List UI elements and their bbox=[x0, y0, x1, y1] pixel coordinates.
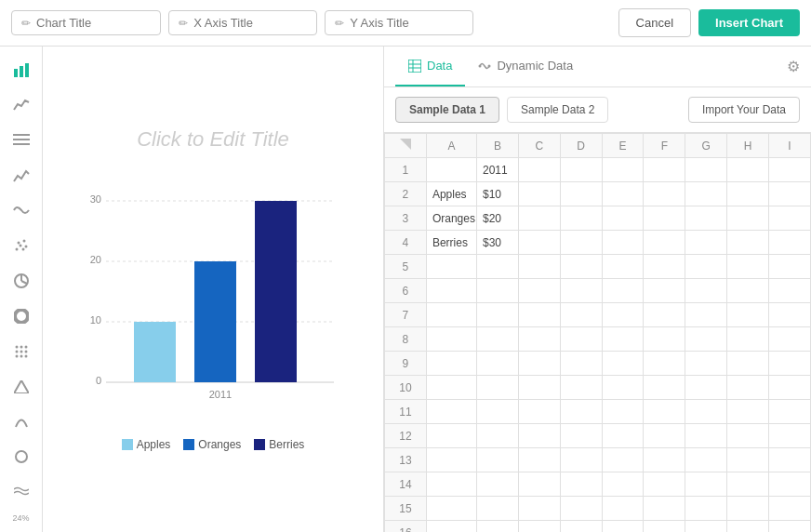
cell-12-D[interactable] bbox=[560, 448, 602, 472]
cell-2-I[interactable] bbox=[769, 206, 811, 231]
cell-11-E[interactable] bbox=[602, 424, 644, 448]
cell-0-A[interactable] bbox=[426, 158, 476, 182]
sidebar-icon-area-chart[interactable] bbox=[7, 91, 36, 119]
cell-5-A[interactable] bbox=[426, 279, 476, 303]
cell-10-B[interactable] bbox=[476, 400, 518, 424]
cell-1-I[interactable] bbox=[769, 182, 811, 206]
cell-7-G[interactable] bbox=[685, 327, 727, 352]
cell-2-F[interactable] bbox=[644, 206, 685, 231]
cell-3-C[interactable] bbox=[518, 231, 560, 255]
cell-12-A[interactable] bbox=[426, 448, 476, 472]
cell-8-G[interactable] bbox=[685, 352, 727, 376]
cell-14-C[interactable] bbox=[518, 497, 560, 521]
cell-5-C[interactable] bbox=[518, 279, 560, 303]
cell-10-H[interactable] bbox=[727, 400, 769, 424]
cell-12-F[interactable] bbox=[644, 448, 685, 472]
cell-13-A[interactable] bbox=[426, 472, 476, 497]
cell-0-C[interactable] bbox=[518, 158, 560, 182]
cell-7-D[interactable] bbox=[560, 327, 602, 352]
cell-12-C[interactable] bbox=[518, 448, 560, 472]
cell-0-F[interactable] bbox=[644, 158, 685, 182]
cell-3-A[interactable]: Berries bbox=[426, 231, 476, 255]
sidebar-icon-wave[interactable] bbox=[7, 196, 36, 224]
sidebar-icon-arc[interactable] bbox=[7, 407, 36, 435]
y-axis-title-input[interactable] bbox=[350, 16, 463, 30]
col-header-a[interactable]: A bbox=[426, 134, 476, 158]
cell-13-F[interactable] bbox=[644, 472, 685, 497]
cell-11-G[interactable] bbox=[685, 424, 727, 448]
cell-6-D[interactable] bbox=[560, 303, 602, 327]
cell-1-D[interactable] bbox=[560, 182, 602, 206]
cell-0-I[interactable] bbox=[769, 158, 811, 182]
cell-13-D[interactable] bbox=[560, 472, 602, 497]
cell-4-A[interactable] bbox=[426, 255, 476, 279]
col-header-i[interactable]: I bbox=[769, 134, 811, 158]
cell-15-G[interactable] bbox=[685, 521, 727, 533]
cell-7-A[interactable] bbox=[426, 327, 476, 352]
tab-data[interactable]: Data bbox=[395, 47, 465, 86]
sample-data-1-button[interactable]: Sample Data 1 bbox=[395, 97, 499, 123]
col-header-g[interactable]: G bbox=[685, 134, 727, 158]
cell-3-I[interactable] bbox=[769, 231, 811, 255]
tab-dynamic-data[interactable]: Dynamic Data bbox=[465, 47, 586, 86]
sidebar-icon-line-chart[interactable] bbox=[7, 162, 36, 190]
cell-4-E[interactable] bbox=[602, 255, 644, 279]
cell-3-D[interactable] bbox=[560, 231, 602, 255]
cell-8-H[interactable] bbox=[727, 352, 769, 376]
cell-3-H[interactable] bbox=[727, 231, 769, 255]
cell-2-B[interactable]: $20 bbox=[476, 206, 518, 231]
sidebar-icon-circle-outline[interactable] bbox=[7, 443, 36, 471]
cell-12-H[interactable] bbox=[727, 448, 769, 472]
cell-14-G[interactable] bbox=[685, 497, 727, 521]
cell-1-C[interactable] bbox=[518, 182, 560, 206]
cell-6-C[interactable] bbox=[518, 303, 560, 327]
col-header-e[interactable]: E bbox=[602, 134, 644, 158]
cell-3-F[interactable] bbox=[644, 231, 685, 255]
cell-1-E[interactable] bbox=[602, 182, 644, 206]
cell-5-B[interactable] bbox=[476, 279, 518, 303]
cell-5-F[interactable] bbox=[644, 279, 685, 303]
cell-4-I[interactable] bbox=[769, 255, 811, 279]
cell-15-E[interactable] bbox=[602, 521, 644, 533]
cell-3-B[interactable]: $30 bbox=[476, 231, 518, 255]
col-header-h[interactable]: H bbox=[727, 134, 769, 158]
cell-11-F[interactable] bbox=[644, 424, 685, 448]
cell-9-G[interactable] bbox=[685, 376, 727, 400]
cell-4-H[interactable] bbox=[727, 255, 769, 279]
cell-3-E[interactable] bbox=[602, 231, 644, 255]
cell-5-I[interactable] bbox=[769, 279, 811, 303]
cancel-button[interactable]: Cancel bbox=[618, 8, 691, 37]
cell-0-H[interactable] bbox=[727, 158, 769, 182]
cell-6-G[interactable] bbox=[685, 303, 727, 327]
cell-13-G[interactable] bbox=[685, 472, 727, 497]
cell-14-A[interactable] bbox=[426, 497, 476, 521]
cell-10-F[interactable] bbox=[644, 400, 685, 424]
cell-12-G[interactable] bbox=[685, 448, 727, 472]
cell-15-I[interactable] bbox=[769, 521, 811, 533]
col-header-b[interactable]: B bbox=[476, 134, 518, 158]
cell-6-F[interactable] bbox=[644, 303, 685, 327]
cell-13-E[interactable] bbox=[602, 472, 644, 497]
insert-chart-button[interactable]: Insert Chart bbox=[698, 9, 800, 36]
cell-6-E[interactable] bbox=[602, 303, 644, 327]
cell-10-G[interactable] bbox=[685, 400, 727, 424]
cell-4-C[interactable] bbox=[518, 255, 560, 279]
cell-8-A[interactable] bbox=[426, 352, 476, 376]
cell-9-F[interactable] bbox=[644, 376, 685, 400]
cell-8-I[interactable] bbox=[769, 352, 811, 376]
cell-2-C[interactable] bbox=[518, 206, 560, 231]
cell-0-E[interactable] bbox=[602, 158, 644, 182]
sample-data-2-button[interactable]: Sample Data 2 bbox=[507, 97, 608, 123]
cell-5-H[interactable] bbox=[727, 279, 769, 303]
cell-4-B[interactable] bbox=[476, 255, 518, 279]
cell-9-H[interactable] bbox=[727, 376, 769, 400]
cell-7-C[interactable] bbox=[518, 327, 560, 352]
cell-2-E[interactable] bbox=[602, 206, 644, 231]
cell-14-F[interactable] bbox=[644, 497, 685, 521]
cell-13-H[interactable] bbox=[727, 472, 769, 497]
import-data-button[interactable]: Import Your Data bbox=[688, 97, 800, 123]
cell-1-G[interactable] bbox=[685, 182, 727, 206]
cell-15-A[interactable] bbox=[426, 521, 476, 533]
cell-4-F[interactable] bbox=[644, 255, 685, 279]
cell-12-E[interactable] bbox=[602, 448, 644, 472]
